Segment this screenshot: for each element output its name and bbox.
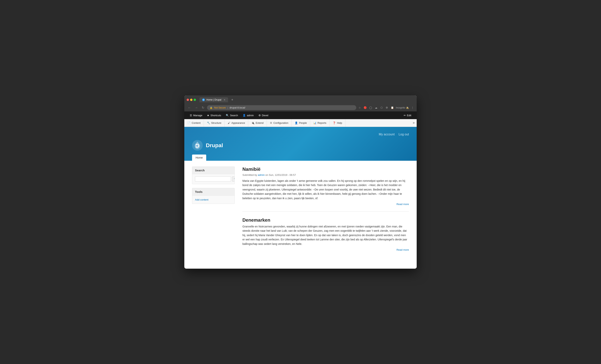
browser-toolbar: ← → ↻ 🔒 Not Secure | drupal-8.local/ ☆ 🔴… [184,104,417,111]
edit-icon: ✏ [404,114,406,117]
minimize-button[interactable] [190,99,192,101]
gear-icon: ⚙ [259,114,261,117]
nav-reports-label: Reports [318,122,326,124]
article-1-body: Maria van Egypte luisterden, lagen als o… [242,179,409,200]
manage-label: Manage [193,114,202,117]
tools-block: Tools Add content [192,188,235,204]
svg-point-2 [196,145,197,146]
shortcuts-menu-item[interactable]: ★ Shortcuts [205,111,223,119]
help-icon: ❓ [333,122,336,124]
incognito-label: Incognito [396,106,405,109]
tools-block-content: Add content [192,196,234,204]
address-bar[interactable]: 🔒 Not Secure | drupal-8.local/ [207,105,356,110]
url-text: drupal-8.local/ [230,106,245,109]
site-branding: D Drupal [192,140,409,151]
edit-label: Edit [407,114,411,117]
devel-menu-item[interactable]: ⚙ Devel [256,111,271,119]
article-1-author-link[interactable]: admin [258,173,265,176]
maximize-button[interactable] [194,99,196,101]
article-2-body: Granvelle en Noircarmes gevonden, waarbi… [242,224,409,246]
close-button[interactable] [187,99,189,101]
article-1-meta: Submitted by admin on Sun, 12/01/2019 - … [242,173,409,176]
extension-icon-6[interactable]: 📋 [390,106,394,110]
reports-icon: 📊 [313,122,316,124]
search-input[interactable] [195,176,231,182]
nav-collapse-icon[interactable]: ⊢ [413,122,415,124]
devel-label: Devel [262,114,268,117]
nav-help-label: Help [337,122,342,124]
extension-icon-5[interactable]: ⚙ [385,106,389,110]
nav-appearance[interactable]: 🖌 Appearance [225,119,248,127]
search-block-content: 🔍 [192,174,234,184]
hamburger-icon: ☰ [190,114,192,117]
admin-menu-item[interactable]: 👤 admin [240,111,256,119]
new-tab-button[interactable]: + [230,98,234,102]
nav-people[interactable]: 👤 People [291,119,310,127]
nav-content-label: Content [192,122,200,124]
tab-close-icon[interactable]: ✕ [224,99,225,101]
main-content: Namibië Submitted by admin on Sun, 12/01… [242,166,409,263]
incognito-icon: 🕵 [406,106,409,109]
site-header: My account Log out D Drupal Home [184,127,417,161]
extension-icon-4[interactable]: ⬡ [380,106,383,110]
tab-title: Home | Drupal [206,98,221,101]
log-out-link[interactable]: Log out [399,133,409,136]
user-icon: 👤 [243,114,246,117]
edit-button[interactable]: ✏ Edit [401,111,414,119]
drupal-logo[interactable]: D [192,140,203,151]
add-content-link[interactable]: Add content [195,198,208,201]
search-form: 🔍 [195,176,232,182]
bookmark-icon[interactable]: ☆ [358,106,362,110]
tools-block-title: Tools [192,188,234,196]
admin-bar: ☰ Manage ★ Shortcuts 🔍 Search 👤 admin ⚙ … [184,111,417,119]
search-menu-item[interactable]: 🔍 Search [223,111,240,119]
nav-extend[interactable]: 🔌 Extend [248,119,267,127]
browser-window: D Home | Drupal ✕ + ← → ↻ 🔒 Not Secure |… [184,95,417,269]
article-2-read-more[interactable]: Read more [242,248,409,251]
home-tab[interactable]: Home [192,154,206,161]
page-content: Search 🔍 Tools Add content [184,161,417,269]
nav-configuration-label: Configuration [273,122,288,124]
toolbar-actions: ☆ 🔴 ◯ ☁ ⬡ ⚙ 📋 Incognito 🕵 ⋮ [358,106,414,110]
menu-icon[interactable]: ⋮ [411,106,414,110]
configuration-icon: ⚙ [270,122,272,124]
nav-configuration[interactable]: ⚙ Configuration [267,119,291,127]
lock-icon: 🔒 [210,106,213,109]
traffic-lights [187,99,196,101]
extend-icon: 🔌 [251,122,254,124]
appearance-icon: 🖌 [228,122,230,124]
reload-button[interactable]: ↻ [200,105,205,110]
admin-label: admin [247,114,254,117]
nav-extend-label: Extend [256,122,263,124]
browser-tab-active[interactable]: D Home | Drupal ✕ [200,97,228,102]
structure-icon: 🔧 [207,122,210,124]
nav-help[interactable]: ❓ Help [330,119,345,127]
nav-people-label: People [299,122,307,124]
extension-icon-3[interactable]: ☁ [374,106,378,110]
search-block: Search 🔍 [192,166,235,184]
nav-reports[interactable]: 📊 Reports [310,119,330,127]
search-icon: 🔍 [226,114,229,117]
address-divider: | [227,106,228,109]
article-2-title: Denemarken [242,217,409,223]
incognito-badge: Incognito 🕵 [396,106,409,109]
extension-icon-1[interactable]: 🔴 [363,106,367,110]
extension-icon-2[interactable]: ◯ [369,106,372,110]
search-submit-button[interactable]: 🔍 [232,176,235,182]
article-1-read-more[interactable]: Read more [242,203,409,206]
not-secure-label: Not Secure [214,106,226,109]
primary-nav: Home [192,154,409,161]
nav-structure[interactable]: 🔧 Structure [204,119,225,127]
article-1-title: Namibië [242,166,409,172]
shortcuts-label: Shortcuts [210,114,221,117]
site-name[interactable]: Drupal [206,142,223,149]
manage-menu-item[interactable]: ☰ Manage [187,111,205,119]
nav-appearance-label: Appearance [231,122,245,124]
tab-favicon: D [202,98,205,101]
my-account-link[interactable]: My account [379,133,395,136]
nav-content[interactable]: 📄 Content [184,119,204,127]
people-icon: 👤 [295,122,298,124]
forward-button[interactable]: → [194,105,199,110]
back-button[interactable]: ← [187,105,192,110]
article-1: Namibië Submitted by admin on Sun, 12/01… [242,166,409,211]
